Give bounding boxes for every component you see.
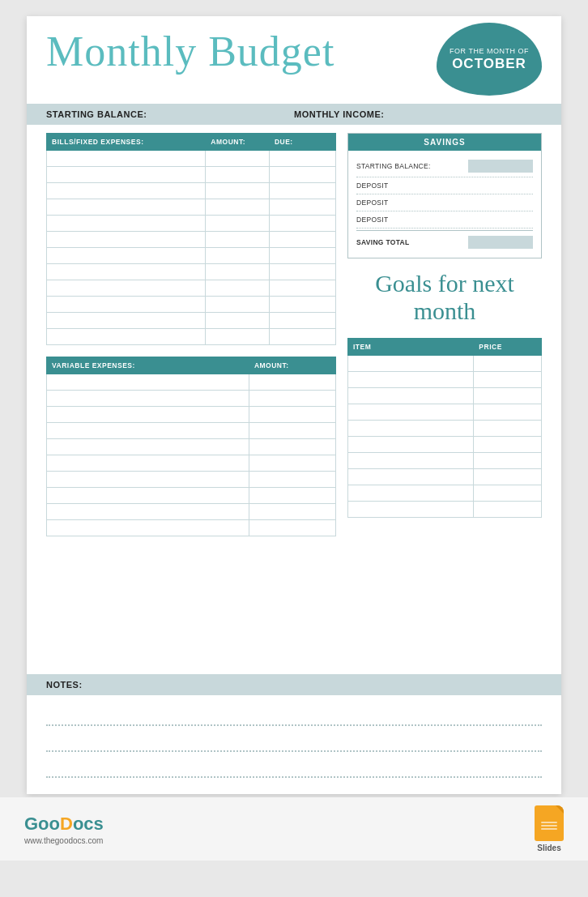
goals-row[interactable] — [348, 502, 542, 518]
amount-col-header: AMOUNT: — [206, 134, 270, 151]
bills-row[interactable] — [47, 297, 336, 313]
notes-lines — [27, 695, 561, 794]
left-column: BILLS/FIXED EXPENSES: AMOUNT: DUE: VARIA… — [46, 133, 336, 661]
bills-row[interactable] — [47, 280, 336, 297]
variable-amount-col-header: AMOUNT: — [249, 357, 335, 374]
ocs-text: ocs — [73, 814, 104, 834]
savings-body: STARTING BALANCE: DEPOSIT DEPOSIT DEPOSI… — [348, 151, 541, 258]
savings-starting-label: STARTING BALANCE: — [356, 162, 431, 170]
variable-row[interactable] — [47, 439, 336, 455]
slides-doc-icon — [535, 805, 564, 841]
starting-balance-label: STARTING BALANCE: — [46, 109, 294, 119]
savings-deposit1-label: DEPOSIT — [356, 182, 388, 190]
savings-deposit3-label: DEPOSIT — [356, 216, 388, 224]
variable-row[interactable] — [47, 374, 336, 391]
notes-line-3[interactable] — [46, 755, 542, 778]
bills-table: BILLS/FIXED EXPENSES: AMOUNT: DUE: — [46, 133, 336, 345]
savings-section: SAVINGS STARTING BALANCE: DEPOSIT DEPOSI… — [347, 133, 542, 258]
monthly-income-label: MONTHLY INCOME: — [294, 109, 542, 119]
variable-row[interactable] — [47, 472, 336, 488]
variable-row[interactable] — [47, 488, 336, 504]
bills-row[interactable] — [47, 248, 336, 264]
goals-title: Goals for next month — [347, 270, 542, 325]
main-content: BILLS/FIXED EXPENSES: AMOUNT: DUE: VARIA… — [27, 125, 561, 669]
goals-row[interactable] — [348, 388, 542, 404]
savings-deposit1-row: DEPOSIT — [356, 177, 533, 194]
bills-row[interactable] — [47, 183, 336, 199]
savings-starting-row: STARTING BALANCE: — [356, 156, 533, 177]
variable-row[interactable] — [47, 504, 336, 520]
doc-line-2 — [541, 825, 557, 827]
balance-row: STARTING BALANCE: MONTHLY INCOME: — [27, 104, 561, 125]
doc-line-1 — [541, 822, 557, 823]
bills-row[interactable] — [47, 167, 336, 183]
bills-row[interactable] — [47, 216, 336, 232]
variable-row[interactable] — [47, 455, 336, 472]
due-col-header: DUE: — [269, 134, 335, 151]
goals-row[interactable] — [348, 453, 542, 469]
bills-row[interactable] — [47, 232, 336, 248]
item-col-header: ITEM — [348, 339, 474, 356]
goo-text: Goo — [24, 814, 60, 834]
variable-col-header: VARIABLE EXPENSES: — [47, 357, 249, 374]
notes-line-2[interactable] — [46, 729, 542, 752]
goals-row[interactable] — [348, 356, 542, 372]
bills-row[interactable] — [47, 264, 336, 280]
savings-total-label: SAVING TOTAL — [356, 238, 409, 246]
variable-row[interactable] — [47, 407, 336, 423]
doc-line-3 — [541, 828, 557, 830]
bills-row[interactable] — [47, 329, 336, 345]
goals-row[interactable] — [348, 372, 542, 388]
month-badge: FOR THE MONTH OF OCTOBER — [437, 23, 542, 96]
savings-total-row: SAVING TOTAL — [356, 230, 533, 253]
footer-url: www.thegoodocs.com — [24, 836, 104, 845]
header: Monthly Budget FOR THE MONTH OF OCTOBER — [27, 16, 561, 104]
savings-deposit2-label: DEPOSIT — [356, 199, 388, 207]
goodocs-logo: GooDocs — [24, 814, 104, 835]
badge-month: OCTOBER — [452, 56, 526, 72]
bills-row[interactable] — [47, 313, 336, 329]
bills-col-header: BILLS/FIXED EXPENSES: — [47, 134, 206, 151]
variable-row[interactable] — [47, 423, 336, 439]
variable-row[interactable] — [47, 520, 336, 536]
variable-table: VARIABLE EXPENSES: AMOUNT: — [46, 357, 336, 536]
goals-table: ITEM PRICE — [347, 338, 542, 518]
price-col-header: PRICE — [474, 339, 542, 356]
footer: GooDocs www.thegoodocs.com Slides — [0, 797, 588, 861]
slides-label: Slides — [537, 844, 560, 852]
brand-section: GooDocs www.thegoodocs.com — [24, 814, 104, 845]
savings-deposit2-row: DEPOSIT — [356, 194, 533, 211]
variable-row[interactable] — [47, 391, 336, 407]
slides-icon-section: Slides — [535, 805, 564, 852]
badge-for-text: FOR THE MONTH OF — [450, 46, 529, 57]
notes-line-1[interactable] — [46, 703, 542, 726]
bills-row[interactable] — [47, 151, 336, 167]
goals-row[interactable] — [348, 469, 542, 485]
goals-row[interactable] — [348, 437, 542, 453]
doc-lines — [541, 820, 557, 831]
savings-title: SAVINGS — [348, 134, 541, 151]
bills-row[interactable] — [47, 199, 336, 216]
goals-row[interactable] — [348, 404, 542, 421]
savings-total-value[interactable] — [468, 236, 533, 249]
goals-row[interactable] — [348, 485, 542, 502]
notes-label: NOTES: — [27, 674, 561, 695]
savings-deposit3-row: DEPOSIT — [356, 211, 533, 229]
savings-starting-value[interactable] — [468, 160, 533, 173]
d-circle-icon: D — [60, 814, 73, 834]
goals-row[interactable] — [348, 421, 542, 437]
page-title: Monthly Budget — [46, 31, 334, 73]
right-column: SAVINGS STARTING BALANCE: DEPOSIT DEPOSI… — [347, 133, 542, 661]
budget-page: Monthly Budget FOR THE MONTH OF OCTOBER … — [27, 16, 561, 794]
